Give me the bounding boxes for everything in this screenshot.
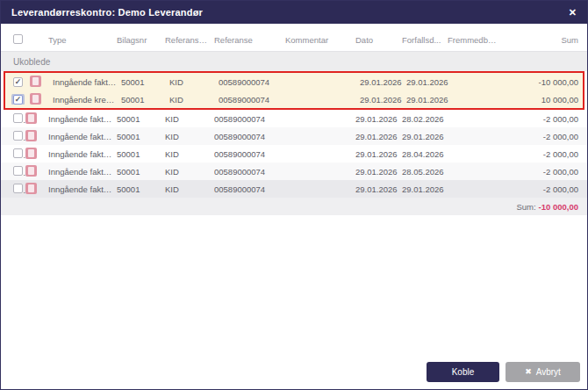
column-header-type[interactable]: Type (48, 35, 117, 45)
column-header-bilagsnr[interactable]: Bilagsnr (117, 35, 165, 45)
cell-referanse: 00589000074 (214, 132, 285, 141)
cell-referanse: 00589000074 (214, 184, 285, 194)
column-header-kommentar[interactable]: Kommentar (285, 35, 355, 45)
row-checkbox[interactable] (13, 131, 23, 141)
table-row[interactable]: Inngående faktura 50001 KID 00589000074 … (1, 180, 587, 198)
cell-referanse: 00589000074 (214, 149, 285, 159)
column-header-forfallsdato[interactable]: Forfallsd... (402, 35, 448, 45)
avbryt-button[interactable]: ✖ Avbryt (506, 362, 580, 382)
row-checkbox[interactable] (13, 148, 23, 158)
cell-type: Inngående faktura (53, 77, 121, 87)
cell-referansetype: KID (165, 184, 214, 194)
row-checkbox[interactable] (13, 166, 23, 176)
row-checkbox[interactable] (13, 95, 23, 105)
cell-sum: 10 000,00 (505, 95, 583, 105)
cell-referanse: 00589000074 (219, 77, 290, 87)
row-checkbox-cell (1, 184, 25, 195)
row-checkbox-cell (1, 148, 25, 160)
column-header-referansetype[interactable]: Referanset... (165, 35, 214, 45)
table-row[interactable]: Inngående faktura 50001 KID 00589000074 … (5, 73, 583, 90)
invoice-document-icon (25, 130, 37, 141)
cell-forfallsdato: 28.02.2026 (402, 114, 448, 124)
sum-label: Sum: (516, 202, 535, 212)
row-checkbox-cell (1, 113, 25, 125)
row-checkbox-cell (1, 166, 25, 177)
row-checkbox-cell (5, 76, 30, 87)
cell-referansetype: KID (169, 95, 219, 105)
row-icon-cell (25, 112, 48, 126)
cell-bilagsnr: 50001 (117, 184, 165, 194)
row-icon-cell (25, 130, 48, 143)
cell-bilagsnr: 50001 (121, 95, 169, 105)
cell-dato: 29.01.2026 (355, 114, 402, 124)
column-header-sum[interactable]: Sum (500, 35, 587, 45)
modal-footer: Koble ✖ Avbryt (427, 362, 580, 382)
cell-dato: 29.01.2026 (355, 184, 402, 194)
cell-referansetype: KID (169, 77, 219, 87)
row-icon-cell (30, 76, 53, 89)
table-row[interactable]: Inngående faktura 50001 KID 00589000074 … (1, 162, 587, 180)
select-all-checkbox[interactable] (13, 34, 23, 44)
row-icon-cell (25, 165, 48, 178)
cell-sum: -10 000,00 (505, 77, 583, 87)
rows-group: Inngående faktura 50001 KID 00589000074 … (1, 110, 587, 198)
row-checkbox[interactable] (13, 184, 23, 193)
row-icon-cell (30, 93, 53, 106)
invoice-document-icon (25, 112, 37, 124)
cell-referansetype: KID (165, 132, 214, 141)
supplier-ledger-modal: Leverandørreskontro: Demo Leverandør ✕ T… (0, 0, 588, 390)
cell-referansetype: KID (165, 167, 214, 177)
cell-forfallsdato: 29.01.2026 (402, 132, 448, 141)
cell-referanse: 00589000074 (219, 95, 290, 105)
cell-sum: -2 000,00 (500, 132, 587, 141)
koble-button[interactable]: Koble (427, 362, 499, 382)
cell-forfallsdato: 29.01.2026 (402, 184, 448, 194)
cell-type: Inngående faktura (48, 167, 117, 177)
cell-sum: -2 000,00 (500, 149, 587, 159)
cell-bilagsnr: 50001 (117, 132, 165, 141)
cell-referansetype: KID (165, 149, 214, 159)
cell-bilagsnr: 50001 (117, 114, 165, 124)
cell-forfallsdato: 29.01.2026 (406, 95, 452, 105)
close-icon[interactable]: ✕ (569, 8, 577, 18)
invoice-document-icon (25, 183, 37, 194)
invoice-document-icon (25, 165, 37, 177)
group-row-ukoblede: Ukoblede (1, 52, 587, 71)
cell-referansetype: KID (165, 114, 214, 124)
table-row[interactable]: Inngående faktura 50001 KID 00589000074 … (1, 110, 587, 127)
cell-type: Inngående faktura (48, 149, 117, 159)
highlighted-rows-group: Inngående faktura 50001 KID 00589000074 … (4, 71, 584, 110)
cell-bilagsnr: 50001 (117, 149, 165, 159)
row-checkbox-cell (1, 131, 25, 142)
cell-referanse: 00589000074 (214, 114, 285, 124)
invoice-document-icon (30, 76, 41, 87)
column-header-fremmedbelop[interactable]: Fremmedbel... (448, 35, 500, 45)
cell-type: Inngående faktura (48, 132, 117, 141)
row-checkbox[interactable] (13, 77, 23, 87)
row-checkbox-cell (5, 94, 30, 105)
cell-forfallsdato: 28.05.2026 (402, 167, 448, 177)
cell-forfallsdato: 28.04.2026 (402, 149, 448, 159)
modal-title: Leverandørreskontro: Demo Leverandør (11, 7, 203, 18)
table-header: Type Bilagsnr Referanset... Referanse Ko… (1, 29, 587, 52)
select-all-cell (1, 34, 48, 46)
table-row[interactable]: Inngående faktura 50001 KID 00589000074 … (1, 145, 587, 162)
cell-bilagsnr: 50001 (117, 167, 165, 177)
cell-type: Inngående faktura (48, 114, 117, 124)
invoice-document-icon (25, 148, 37, 159)
cell-forfallsdato: 29.01.2026 (406, 77, 452, 87)
cancel-x-icon: ✖ (525, 368, 532, 376)
column-header-dato[interactable]: Dato (355, 35, 402, 45)
sum-row: Sum: -10 000,00 (1, 198, 587, 215)
cell-dato: 29.01.2026 (355, 167, 402, 177)
cell-dato: 29.01.2026 (360, 77, 406, 87)
cell-sum: -2 000,00 (500, 114, 587, 124)
cell-dato: 29.01.2026 (360, 95, 406, 105)
table-row[interactable]: Inngående kredit... 50001 KID 0058900007… (5, 90, 583, 108)
column-header-referanse[interactable]: Referanse (214, 35, 285, 45)
row-checkbox[interactable] (13, 113, 23, 123)
cell-sum: -2 000,00 (500, 184, 587, 194)
invoice-document-icon (30, 93, 41, 105)
sum-total-value: -10 000,00 (539, 202, 578, 212)
table-row[interactable]: Inngående faktura 50001 KID 00589000074 … (1, 127, 587, 145)
